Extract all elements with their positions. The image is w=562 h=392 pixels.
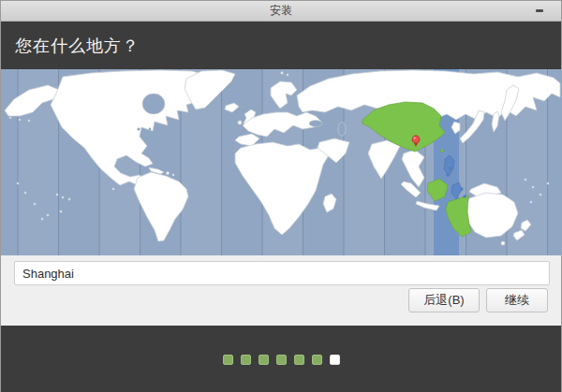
titlebar: 安装 bbox=[1, 1, 561, 22]
progress-dot bbox=[223, 355, 233, 365]
progress-dot bbox=[259, 355, 269, 365]
continue-button[interactable]: 继续 bbox=[486, 288, 548, 312]
window-title: 安装 bbox=[270, 3, 292, 19]
page-title: 您在什么地方？ bbox=[15, 35, 140, 57]
progress-dots bbox=[223, 355, 340, 365]
timezone-map[interactable] bbox=[1, 69, 562, 255]
button-row: 后退(B) 继续 bbox=[408, 288, 548, 312]
dash-icon[interactable] bbox=[536, 9, 543, 12]
bottom-panel: 后退(B) 继续 bbox=[1, 255, 561, 326]
world-map bbox=[1, 69, 562, 255]
progress-dot bbox=[330, 355, 340, 365]
progress-dot bbox=[312, 355, 322, 365]
page-header: 您在什么地方？ bbox=[1, 22, 561, 69]
timezone-city-input[interactable] bbox=[14, 261, 550, 285]
back-button[interactable]: 后退(B) bbox=[408, 288, 480, 312]
progress-footer bbox=[1, 326, 561, 392]
progress-dot bbox=[241, 355, 251, 365]
installer-window: 安装 您在什么地方？ bbox=[0, 0, 562, 392]
progress-dot bbox=[276, 355, 287, 365]
progress-dot bbox=[294, 355, 304, 365]
